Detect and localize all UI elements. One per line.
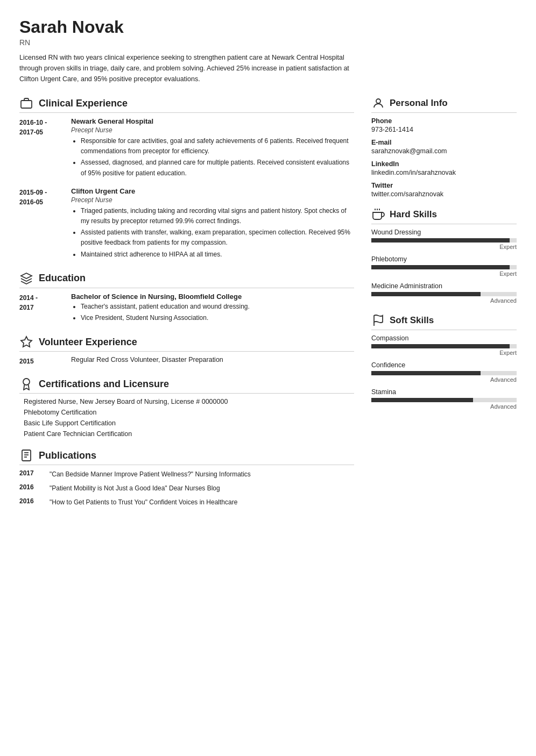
skill-bar bbox=[371, 292, 517, 296]
section-clinical: Clinical Experience2016-10 -2017-05Newar… bbox=[19, 96, 354, 261]
pub-text: "How to Get Patients to Trust You" Confi… bbox=[50, 497, 237, 507]
bullet-item: Assessed, diagnosed, and planned care fo… bbox=[81, 158, 354, 178]
candidate-summary: Licensed RN with two years clinical expe… bbox=[19, 52, 353, 84]
person-icon bbox=[371, 96, 385, 110]
entry-content: Clifton Urgent CarePrecept NurseTriaged … bbox=[71, 187, 354, 261]
left-column: Clinical Experience2016-10 -2017-05Newar… bbox=[19, 96, 354, 518]
cert-item: Basic Life Support Certification bbox=[24, 419, 354, 427]
section-header-clinical: Clinical Experience bbox=[19, 96, 354, 113]
skill-bar-fill bbox=[371, 265, 510, 269]
info-value: sarahznovak@gmail.com bbox=[371, 147, 517, 155]
entry-content: Bachelor of Science in Nursing, Bloomfie… bbox=[71, 293, 354, 324]
entry-item: 2016-10 -2017-05Newark General HospitalP… bbox=[19, 117, 354, 180]
skill-level: Advanced bbox=[371, 403, 517, 410]
bullet-item: Maintained strict adherence to HIPAA at … bbox=[81, 249, 354, 260]
entry-org: Newark General Hospital bbox=[71, 117, 354, 125]
section-title-clinical: Clinical Experience bbox=[39, 98, 128, 109]
skill-bar bbox=[371, 344, 517, 348]
section-header-certifications: Certifications and Licensure bbox=[19, 377, 354, 394]
entry-date: 2015-09 -2016-05 bbox=[19, 187, 62, 261]
svg-point-8 bbox=[376, 99, 380, 103]
skill-item: Phlebotomy Expert bbox=[371, 255, 517, 277]
svg-rect-4 bbox=[22, 450, 31, 461]
entry-item: 2015Regular Red Cross Volunteer, Disaste… bbox=[19, 356, 354, 366]
info-label: E-mail bbox=[371, 139, 517, 146]
info-value: 973-261-1414 bbox=[371, 126, 517, 133]
pub-entry: 2016 "How to Get Patients to Trust You" … bbox=[19, 497, 354, 507]
entry-text: Regular Red Cross Volunteer, Disaster Pr… bbox=[71, 356, 354, 363]
section-header-volunteer: Volunteer Experience bbox=[19, 335, 354, 352]
pub-year: 2016 bbox=[19, 497, 41, 507]
section-soft-skills: Soft Skills Compassion Expert Confidence… bbox=[371, 313, 517, 410]
soft-skills-title: Soft Skills bbox=[390, 315, 434, 326]
info-label: Phone bbox=[371, 117, 517, 125]
personal-info-header: Personal Info bbox=[371, 96, 517, 113]
info-label: Twitter bbox=[371, 182, 517, 189]
entry-date: 2015 bbox=[19, 356, 62, 366]
entry-item: 2014 -2017Bachelor of Science in Nursing… bbox=[19, 293, 354, 324]
entry-org: Bachelor of Science in Nursing, Bloomfie… bbox=[71, 293, 354, 301]
skill-item: Compassion Expert bbox=[371, 334, 517, 356]
header: Sarah Novak RN Licensed RN with two year… bbox=[19, 17, 517, 84]
entry-content: Newark General HospitalPrecept NurseResp… bbox=[71, 117, 354, 180]
bullet-item: Assisted patients with transfer, walking… bbox=[81, 227, 354, 248]
cert-item: Registered Nurse, New Jersey Board of Nu… bbox=[24, 398, 354, 405]
skill-bar-fill bbox=[371, 238, 510, 243]
entry-role: Precept Nurse bbox=[71, 126, 354, 134]
star-icon bbox=[19, 335, 33, 349]
pub-text: "Patient Mobility is Not Just a Good Ide… bbox=[50, 483, 220, 493]
skill-item: Medicine Administration Advanced bbox=[371, 282, 517, 304]
entry-content: Regular Red Cross Volunteer, Disaster Pr… bbox=[71, 356, 354, 366]
bullet-item: Teacher's assistant, patient education a… bbox=[81, 302, 354, 312]
skill-bar-fill bbox=[371, 371, 481, 375]
skill-item: Stamina Advanced bbox=[371, 388, 517, 410]
entry-date: 2014 -2017 bbox=[19, 293, 62, 324]
skill-bar-fill bbox=[371, 292, 481, 296]
hard-skills-header: Hard Skills bbox=[371, 208, 517, 224]
briefcase-icon bbox=[19, 96, 33, 110]
candidate-name: Sarah Novak bbox=[19, 17, 517, 37]
section-personal-info: Personal Info Phone 973-261-1414E-mail s… bbox=[371, 96, 517, 198]
entry-role: Precept Nurse bbox=[71, 196, 354, 204]
bullet-item: Responsible for care activities, goal an… bbox=[81, 136, 354, 156]
candidate-title: RN bbox=[19, 38, 517, 47]
cert-item: Phlebotomy Certification bbox=[24, 409, 354, 416]
skill-level: Advanced bbox=[371, 297, 517, 304]
skill-name: Confidence bbox=[371, 361, 517, 369]
skill-bar bbox=[371, 238, 517, 243]
skill-item: Confidence Advanced bbox=[371, 361, 517, 383]
entry-bullets: Teacher's assistant, patient education a… bbox=[71, 302, 354, 323]
document-icon bbox=[19, 448, 33, 462]
section-volunteer: Volunteer Experience2015Regular Red Cros… bbox=[19, 335, 354, 366]
soft-skills-header: Soft Skills bbox=[371, 313, 517, 330]
main-layout: Clinical Experience2016-10 -2017-05Newar… bbox=[19, 96, 517, 518]
skill-bar bbox=[371, 398, 517, 402]
bullet-item: Triaged patients, including taking and r… bbox=[81, 206, 354, 226]
graduation-icon bbox=[19, 272, 33, 286]
badge-icon bbox=[19, 377, 33, 391]
skill-name: Medicine Administration bbox=[371, 282, 517, 290]
skill-bar-fill bbox=[371, 398, 473, 402]
skill-name: Phlebotomy bbox=[371, 255, 517, 263]
skill-level: Expert bbox=[371, 244, 517, 250]
section-header-publications: Publications bbox=[19, 448, 354, 465]
skill-bar-fill bbox=[371, 344, 510, 348]
section-header-education: Education bbox=[19, 272, 354, 288]
section-title-education: Education bbox=[39, 273, 86, 284]
skill-bar bbox=[371, 371, 517, 375]
section-hard-skills: Hard Skills Wound Dressing Expert Phlebo… bbox=[371, 208, 517, 304]
section-title-volunteer: Volunteer Experience bbox=[39, 337, 137, 348]
section-education: Education2014 -2017Bachelor of Science i… bbox=[19, 272, 354, 324]
skill-level: Advanced bbox=[371, 376, 517, 383]
entry-item: 2015-09 -2016-05Clifton Urgent CarePrece… bbox=[19, 187, 354, 261]
hand-icon bbox=[371, 208, 385, 222]
skill-name: Compassion bbox=[371, 334, 517, 342]
pub-text: "Can Bedside Manner Improve Patient Well… bbox=[50, 469, 251, 479]
bullet-item: Vice President, Student Nursing Associat… bbox=[81, 313, 354, 323]
personal-info-title: Personal Info bbox=[390, 98, 448, 109]
skill-name: Stamina bbox=[371, 388, 517, 396]
section-title-publications: Publications bbox=[39, 450, 96, 461]
section-title-certifications: Certifications and Licensure bbox=[39, 379, 169, 390]
pub-year: 2016 bbox=[19, 483, 41, 493]
pub-entry: 2016 "Patient Mobility is Not Just a Goo… bbox=[19, 483, 354, 493]
